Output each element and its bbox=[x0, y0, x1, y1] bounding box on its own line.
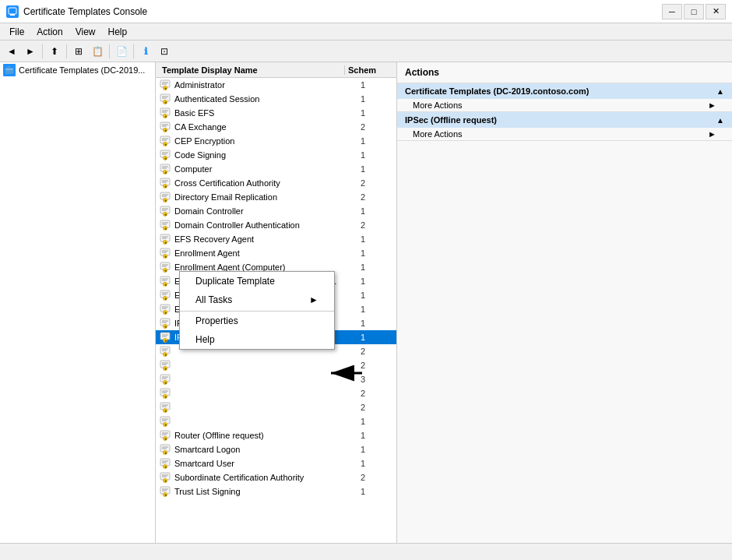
context-menu-item-3[interactable]: Help bbox=[180, 330, 334, 349]
list-row[interactable]: ★ 1 bbox=[156, 414, 396, 428]
cert-row-icon: ★ bbox=[159, 149, 171, 161]
cert-row-icon: ★ bbox=[159, 429, 171, 442]
actions-section-1-more[interactable]: More Actions ► bbox=[397, 99, 732, 111]
row-schema: 3 bbox=[357, 375, 396, 384]
cert-row-icon: ★ bbox=[159, 485, 171, 498]
toolbar-forward[interactable]: ► bbox=[22, 43, 39, 60]
row-schema: 1 bbox=[357, 234, 396, 244]
svg-text:★: ★ bbox=[164, 240, 167, 244]
cert-row-icon: ★ bbox=[159, 121, 171, 133]
list-row[interactable]: ★ Domain Controller 1 bbox=[156, 204, 396, 218]
list-row[interactable]: ★ Directory Email Replication 2 bbox=[156, 190, 396, 204]
list-row[interactable]: ★ Cross Certification Authority 2 bbox=[156, 176, 396, 190]
list-row[interactable]: ★ Domain Controller Authentication 2 bbox=[156, 218, 396, 232]
toolbar-properties[interactable]: 📄 bbox=[113, 43, 130, 60]
svg-text:★: ★ bbox=[164, 184, 167, 188]
row-schema: 2 bbox=[357, 389, 396, 398]
svg-text:★: ★ bbox=[164, 352, 167, 356]
row-schema: 2 bbox=[357, 403, 396, 412]
row-schema: 1 bbox=[357, 431, 396, 440]
cert-row-icon: ★ bbox=[159, 275, 171, 287]
list-row[interactable]: ★ Trust List Signing 1 bbox=[156, 484, 396, 498]
list-row[interactable]: ★ CEP Encryption 1 bbox=[156, 134, 396, 148]
context-menu-item-label: All Tasks bbox=[195, 294, 232, 305]
row-schema: 1 bbox=[357, 291, 396, 300]
list-row[interactable]: ★ Basic EFS 1 bbox=[156, 106, 396, 120]
tree-root-label: Certificate Templates (DC-2019... bbox=[19, 65, 145, 75]
row-schema: 2 bbox=[357, 361, 396, 370]
svg-text:★: ★ bbox=[164, 282, 167, 286]
row-schema: 1 bbox=[357, 333, 396, 342]
list-row[interactable]: ★ 2 bbox=[156, 400, 396, 414]
actions-section-2-title: IPSec (Offline request) bbox=[405, 115, 497, 125]
minimize-button[interactable]: ─ bbox=[662, 4, 682, 19]
context-menu-item-label: Properties bbox=[195, 315, 238, 326]
cert-row-icon: ★ bbox=[159, 261, 171, 273]
toolbar-copy[interactable]: 📋 bbox=[89, 43, 106, 60]
menu-view[interactable]: View bbox=[69, 25, 102, 39]
context-menu-item-0[interactable]: Duplicate Template bbox=[180, 272, 334, 291]
close-button[interactable]: ✕ bbox=[706, 4, 726, 19]
cert-row-icon: ★ bbox=[159, 93, 171, 105]
row-schema: 1 bbox=[357, 445, 396, 454]
svg-text:★: ★ bbox=[164, 296, 167, 300]
list-row[interactable]: ★ 3 bbox=[156, 372, 396, 386]
row-schema: 1 bbox=[357, 487, 396, 496]
list-row[interactable]: ★ Enrollment Agent 1 bbox=[156, 246, 396, 260]
list-header: Template Display Name Schem bbox=[156, 62, 396, 78]
context-menu-item-label: Duplicate Template bbox=[195, 276, 275, 287]
list-row[interactable]: ★ EFS Recovery Agent 1 bbox=[156, 232, 396, 246]
list-row[interactable]: ★ Computer 1 bbox=[156, 162, 396, 176]
actions-section-2-more[interactable]: More Actions ► bbox=[397, 128, 732, 140]
actions-section-1-more-arrow: ► bbox=[708, 100, 716, 110]
toolbar-help[interactable]: ℹ bbox=[137, 43, 154, 60]
row-name: Enrollment Agent bbox=[173, 248, 357, 258]
cert-row-icon: ★ bbox=[159, 219, 171, 231]
actions-section-2-more-label: More Actions bbox=[413, 129, 463, 139]
header-name: Template Display Name bbox=[156, 65, 345, 75]
list-row[interactable]: ★ Smartcard Logon 1 bbox=[156, 442, 396, 456]
row-name: CA Exchange bbox=[173, 122, 357, 132]
row-schema: 1 bbox=[357, 459, 396, 468]
list-row[interactable]: ★ Smartcard User 1 bbox=[156, 456, 396, 470]
toolbar-extra[interactable]: ⊡ bbox=[156, 43, 173, 60]
context-menu-item-1[interactable]: All Tasks ► bbox=[180, 291, 334, 309]
context-menu-item-2[interactable]: Properties bbox=[180, 311, 334, 330]
maximize-button[interactable]: □ bbox=[684, 4, 704, 19]
toolbar-sep-3 bbox=[109, 44, 110, 58]
row-schema: 2 bbox=[357, 347, 396, 356]
svg-text:★: ★ bbox=[164, 198, 167, 202]
app-icon bbox=[6, 5, 19, 18]
menu-help[interactable]: Help bbox=[102, 25, 134, 39]
list-row[interactable]: ★ Authenticated Session 1 bbox=[156, 92, 396, 106]
cert-row-icon: ★ bbox=[159, 107, 171, 119]
menu-action[interactable]: Action bbox=[30, 25, 69, 39]
toolbar-sep-1 bbox=[42, 44, 43, 58]
list-row[interactable]: ★ Administrator 1 bbox=[156, 78, 396, 92]
row-schema: 1 bbox=[357, 248, 396, 258]
list-row[interactable]: ★ 2 bbox=[156, 358, 396, 372]
svg-text:★: ★ bbox=[164, 478, 167, 482]
toolbar-back[interactable]: ◄ bbox=[3, 43, 20, 60]
list-row[interactable]: ★ Subordinate Certification Authority 2 bbox=[156, 470, 396, 484]
list-row[interactable]: ★ CA Exchange 2 bbox=[156, 120, 396, 134]
svg-text:★: ★ bbox=[164, 408, 167, 412]
actions-section-2-header[interactable]: IPSec (Offline request) ▲ bbox=[397, 112, 732, 128]
svg-text:★: ★ bbox=[164, 422, 167, 426]
svg-text:★: ★ bbox=[164, 226, 167, 230]
row-name: Authenticated Session bbox=[173, 94, 357, 104]
cert-row-icon: ★ bbox=[159, 79, 171, 91]
toolbar-up[interactable]: ⬆ bbox=[46, 43, 63, 60]
list-row[interactable]: ★ Code Signing 1 bbox=[156, 148, 396, 162]
tree-item-root[interactable]: Certificate Templates (DC-2019... bbox=[0, 62, 155, 78]
window-title: Certificate Templates Console bbox=[23, 6, 662, 17]
menu-file[interactable]: File bbox=[3, 25, 30, 39]
list-row[interactable]: ★ Router (Offline request) 1 bbox=[156, 428, 396, 442]
row-schema: 2 bbox=[357, 220, 396, 230]
toolbar-show-hide[interactable]: ⊞ bbox=[70, 43, 87, 60]
toolbar: ◄ ► ⬆ ⊞ 📋 📄 ℹ ⊡ bbox=[0, 41, 732, 62]
list-row[interactable]: ★ 2 bbox=[156, 386, 396, 400]
row-name: Domain Controller bbox=[173, 206, 357, 216]
svg-text:★: ★ bbox=[164, 450, 167, 454]
actions-section-1-header[interactable]: Certificate Templates (DC-2019.contoso.c… bbox=[397, 83, 732, 99]
